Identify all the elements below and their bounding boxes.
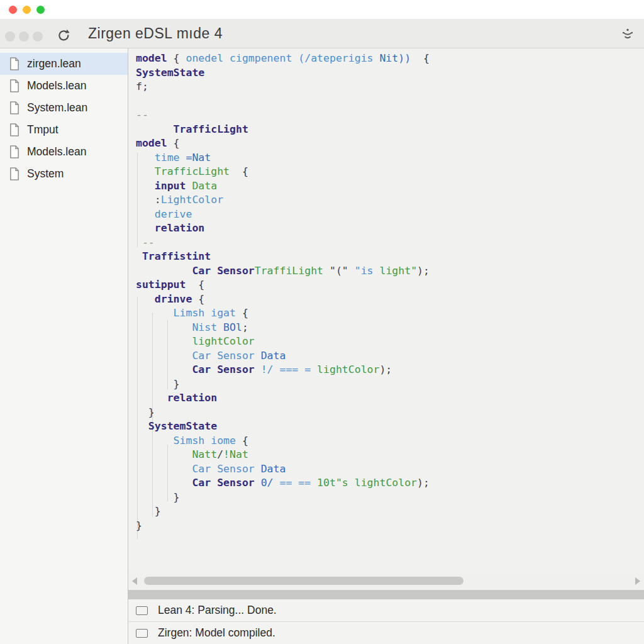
status-message: Lean 4: Parsing... Done.: [158, 604, 277, 617]
code-token: {: [411, 52, 430, 64]
scroll-right-button[interactable]: [635, 577, 640, 585]
code-line[interactable]: model { onedel cigmpenent (/ateperigis N…: [136, 52, 430, 66]
code-token: SystemState: [136, 67, 204, 79]
code-token: "is: [355, 265, 380, 277]
zoom-window-button[interactable]: [36, 6, 45, 14]
code-token: 0/: [261, 477, 280, 489]
code-token: Nist: [136, 321, 223, 333]
code-token: {: [236, 435, 248, 447]
code-token: TrafficLight: [136, 165, 236, 177]
code-token: model: [136, 52, 167, 64]
code-line[interactable]: relation: [136, 391, 430, 406]
code-line[interactable]: model {: [136, 136, 430, 151]
code-line[interactable]: Car Sensor !/ === = lightColor);: [136, 363, 430, 377]
code-line[interactable]: time =Nat: [136, 151, 430, 165]
code-token: !/ === =: [261, 364, 317, 375]
code-line[interactable]: --: [136, 236, 430, 250]
sidebar-item-zirgen-lean[interactable]: zirgen.lean: [0, 53, 128, 75]
close-window-button[interactable]: [9, 6, 17, 14]
code-line[interactable]: TrafficLight: [136, 123, 430, 137]
code-line[interactable]: Nist BOl;: [136, 321, 430, 335]
editor[interactable]: model { onedel cigmpenent (/ateperigis N…: [128, 48, 644, 572]
code-token: model: [136, 137, 167, 149]
code-line[interactable]: lightColor: [136, 335, 430, 349]
code-token: Traffistint: [136, 250, 211, 262]
file-icon: [8, 57, 20, 71]
file-icon: [8, 79, 20, 93]
code-token: sutipput: [136, 279, 186, 291]
code-line[interactable]: sutipput {: [136, 278, 430, 292]
file-icon: [8, 145, 20, 159]
code-token: );: [417, 477, 430, 489]
code-token: light": [379, 265, 417, 277]
code-token: lightColor: [136, 335, 255, 347]
main-area: model { onedel cigmpenent (/ateperigis N…: [128, 48, 644, 644]
code-line[interactable]: Car Sensor Data: [136, 349, 430, 364]
code-line[interactable]: Natt/!Nat: [136, 448, 430, 462]
code-line[interactable]: [136, 94, 430, 109]
code-line[interactable]: relation: [136, 221, 430, 236]
code-token: =Nat: [186, 152, 211, 164]
code-line[interactable]: TrafficLight {: [136, 165, 430, 179]
code-token: == ==: [280, 477, 318, 489]
code-token: }: [136, 406, 155, 418]
code-token: BOl: [223, 321, 242, 333]
code-token: {: [167, 137, 180, 149]
code-line[interactable]: Limsh igat {: [136, 306, 430, 321]
minimize-window-button[interactable]: [23, 6, 31, 14]
app-window: { "palette": { "keyword": "#332b80", "bl…: [0, 0, 644, 644]
panel-divider-bar[interactable]: [128, 590, 644, 599]
code-token: onedel cigmpenent (/ateperigis: [186, 52, 379, 64]
title-bar: [0, 0, 644, 19]
code-line[interactable]: drinve {: [136, 292, 430, 307]
code-token: {: [192, 293, 204, 305]
refresh-button[interactable]: [56, 28, 71, 43]
code-line[interactable]: Car Sensor 0/ == == 10t"s lightColor);: [136, 476, 430, 491]
sync-status-button[interactable]: [620, 27, 635, 42]
code-token: Nit: [379, 52, 398, 64]
sidebar-item-tmput[interactable]: Tmput: [0, 119, 128, 141]
code-line[interactable]: Simsh iome {: [136, 434, 430, 448]
refresh-icon: [56, 28, 71, 43]
code-token: Data: [261, 350, 286, 362]
code-content: model { onedel cigmpenent (/ateperigis N…: [136, 52, 430, 533]
code-line[interactable]: }: [136, 406, 430, 420]
code-token: }: [136, 505, 161, 517]
code-token: !Nat: [223, 448, 248, 460]
toolbar-dot: [19, 31, 29, 42]
code-token: drinve: [136, 293, 192, 305]
code-line[interactable]: }: [136, 519, 430, 533]
code-token: --: [136, 109, 148, 121]
code-line[interactable]: derive: [136, 208, 430, 222]
sidebar: zirgen.lean Models.lean System.lean Tmpu…: [0, 48, 128, 644]
code-token: f;: [136, 80, 148, 92]
code-token: Car Sensor: [136, 364, 261, 375]
scroll-left-button[interactable]: [132, 577, 137, 585]
code-line[interactable]: --: [136, 108, 430, 123]
code-line[interactable]: Car Sensor Data: [136, 462, 430, 477]
sidebar-item-models-lean[interactable]: Models.lean: [0, 141, 128, 163]
sidebar-item-label: Models.lean: [27, 79, 86, 92]
sidebar-item-label: zirgen.lean: [27, 57, 81, 70]
toolbar-dot: [5, 31, 15, 42]
code-line[interactable]: Traffistint: [136, 250, 430, 264]
code-line[interactable]: SystemState: [136, 66, 430, 80]
code-line[interactable]: }: [136, 377, 430, 392]
code-line[interactable]: :LightColor: [136, 193, 430, 208]
code-line[interactable]: }: [136, 491, 430, 505]
sidebar-item-system[interactable]: System: [0, 163, 128, 185]
code-token: TrafficLight: [136, 123, 248, 135]
code-line[interactable]: input Data: [136, 179, 430, 194]
code-line[interactable]: }: [136, 504, 430, 519]
code-token: TraffiLight: [255, 265, 330, 277]
sidebar-item-models-lean[interactable]: Models.lean: [0, 75, 128, 97]
code-token: :: [136, 194, 161, 206]
scrollbar-thumb[interactable]: [144, 577, 464, 585]
code-token: Car Sensor: [136, 265, 255, 277]
sidebar-item-label: System: [27, 167, 64, 180]
code-line[interactable]: Car SensorTraffiLight "(" "is light");: [136, 264, 430, 279]
code-line[interactable]: f;: [136, 80, 430, 94]
sidebar-item-system-lean[interactable]: System.lean: [0, 97, 128, 119]
code-token: Car Sensor: [136, 463, 261, 475]
code-line[interactable]: SystemState: [136, 419, 430, 434]
